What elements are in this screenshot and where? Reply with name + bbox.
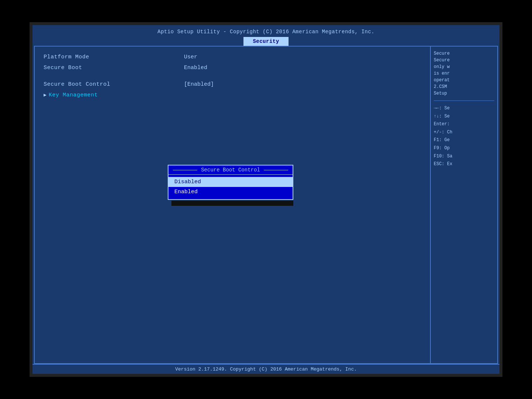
header-title: Aptio Setup Utility - Copyright (C) 2016… (33, 27, 499, 36)
nav-hint-1: ↑↓: Se (434, 113, 494, 121)
help-line-5: operat (434, 78, 450, 83)
platform-mode-value: User (184, 54, 197, 60)
popup-option-enabled[interactable]: Enabled (168, 187, 293, 197)
help-text-block: Secure Secure only w is enr operat 2.CSM… (434, 50, 494, 97)
monitor-frame: Aptio Setup Utility - Copyright (C) 2016… (30, 22, 502, 377)
help-line-3: only w (434, 64, 450, 69)
main-content: Platform Mode User Secure Boot Enabled S… (34, 46, 498, 364)
popup-title-line-left (173, 170, 197, 170)
nav-hint-6: F10: Sa (434, 153, 494, 161)
help-panel: Secure Secure only w is enr operat 2.CSM… (431, 47, 497, 363)
platform-mode-label: Platform Mode (44, 54, 184, 60)
popup-shadow (171, 201, 293, 206)
separator (44, 75, 421, 81)
secure-boot-value: Enabled (184, 65, 207, 71)
help-divider (434, 100, 494, 101)
header-bar: Aptio Setup Utility - Copyright (C) 2016… (33, 25, 499, 46)
footer-text: Version 2.17.1249. Copyright (C) 2016 Am… (175, 366, 357, 372)
key-management-row[interactable]: ▶ Key Management (44, 92, 421, 98)
popup-option-disabled[interactable]: Disabled (168, 177, 293, 187)
nav-hint-2: Enter: (434, 120, 494, 129)
popup-box: Secure Boot Control Disabled Enabled (168, 165, 293, 200)
nav-hint-5: F9: Op (434, 144, 494, 153)
nav-hint-0: →←: Se (434, 105, 494, 113)
help-line-2: Secure (434, 58, 450, 63)
nav-hint-7: ESC: Ex (434, 160, 494, 168)
platform-mode-row: Platform Mode User (44, 54, 421, 60)
popup-title-line-right (264, 170, 288, 170)
help-line-4: is enr (434, 71, 450, 76)
help-line-7: Setup (434, 91, 447, 96)
settings-panel: Platform Mode User Secure Boot Enabled S… (35, 47, 431, 363)
tab-bar: Security (33, 37, 499, 46)
secure-boot-row: Secure Boot Enabled (44, 65, 421, 71)
secure-boot-control-value: [Enabled] (184, 81, 214, 88)
popup-options: Disabled Enabled (168, 175, 293, 199)
nav-hint-3: +/-: Ch (434, 129, 494, 137)
nav-hints-block: →←: Se ↑↓: Se Enter: +/-: Ch F1: Ge F9: … (434, 105, 494, 168)
secure-boot-label: Secure Boot (44, 65, 184, 71)
nav-hint-4: F1: Ge (434, 136, 494, 144)
footer-bar: Version 2.17.1249. Copyright (C) 2016 Am… (33, 364, 499, 374)
popup-title-text: Secure Boot Control (197, 167, 264, 173)
popup-overlay: Secure Boot Control Disabled Enabled (168, 165, 293, 206)
secure-boot-control-row[interactable]: Secure Boot Control [Enabled] (44, 81, 421, 88)
secure-boot-control-label: Secure Boot Control (44, 81, 184, 88)
help-line-1: Secure (434, 51, 450, 56)
arrow-icon: ▶ (44, 92, 47, 98)
bios-screen: Aptio Setup Utility - Copyright (C) 2016… (33, 25, 499, 374)
active-tab[interactable]: Security (243, 37, 288, 46)
key-management-label: Key Management (49, 92, 187, 98)
popup-title-bar: Secure Boot Control (168, 166, 293, 175)
help-line-6: 2.CSM (434, 84, 447, 89)
